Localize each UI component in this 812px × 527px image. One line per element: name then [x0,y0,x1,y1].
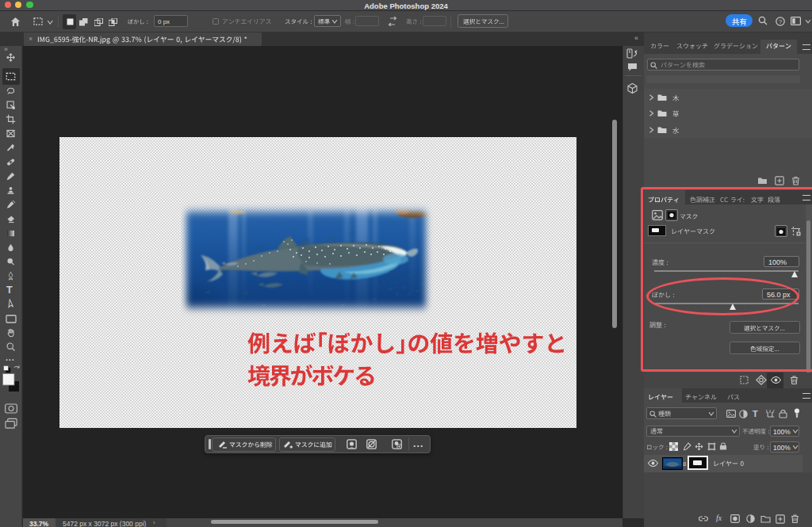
svg-text:?: ? [778,17,781,25]
